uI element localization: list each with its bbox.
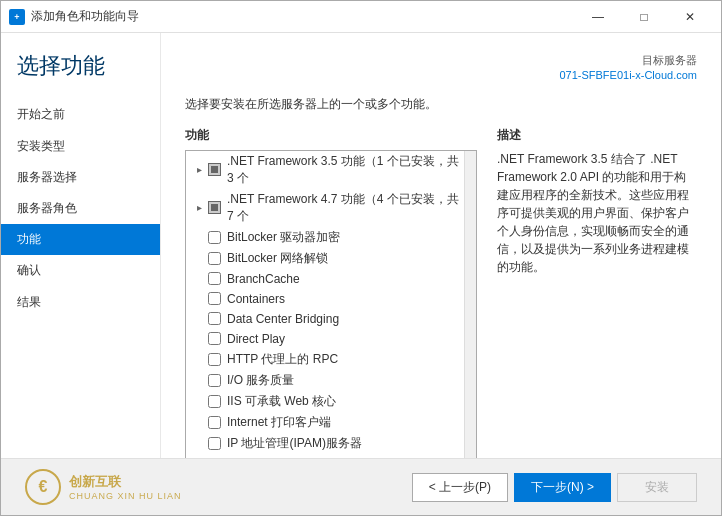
back-button[interactable]: < 上一步(P) (412, 473, 508, 502)
feature-item-dcb[interactable]: Data Center Bridging (186, 309, 464, 329)
sidebar-item-features[interactable]: 功能 (1, 224, 160, 255)
feature-item-bitlocker-net[interactable]: BitLocker 网络解锁 (186, 248, 464, 269)
feature-list: ▸ .NET Framework 3.5 功能（1 个已安装，共 3 个 ▸ .… (186, 151, 464, 458)
expand-icon-bitlocker-net (192, 253, 206, 264)
feature-name-direct-play: Direct Play (227, 332, 285, 346)
features-label: 功能 (185, 127, 477, 144)
page-description: 选择要安装在所选服务器上的一个或多个功能。 (185, 96, 697, 113)
main-content: 目标服务器 071-SFBFE01i-x-Cloud.com 选择要安装在所选服… (161, 33, 721, 458)
feature-name-bitlocker-drive: BitLocker 驱动器加密 (227, 229, 340, 246)
expand-icon-direct-play (192, 333, 206, 344)
sidebar-item-confirm[interactable]: 确认 (1, 255, 160, 286)
feature-name-branchcache: BranchCache (227, 272, 300, 286)
window-title: 添加角色和功能向导 (31, 8, 139, 25)
target-server-info: 目标服务器 071-SFBFE01i-x-Cloud.com (185, 53, 697, 84)
check-direct-play[interactable] (208, 332, 221, 345)
feature-name-containers: Containers (227, 292, 285, 306)
expand-icon-branchcache (192, 273, 206, 284)
expand-icon-dcb (192, 313, 206, 324)
scrollbar[interactable] (464, 151, 476, 458)
expand-icon-ipam (192, 438, 206, 449)
feature-item-containers[interactable]: Containers (186, 289, 464, 309)
watermark-line1: 创新互联 (69, 473, 182, 491)
window-controls: — □ ✕ (575, 1, 713, 33)
feature-item-dotnet47[interactable]: ▸ .NET Framework 4.7 功能（4 个已安装，共 7 个 (186, 189, 464, 227)
watermark-line2: CHUANG XIN HU LIAN (69, 491, 182, 501)
feature-item-direct-play[interactable]: Direct Play (186, 329, 464, 349)
feature-item-internet-print[interactable]: Internet 打印客户端 (186, 412, 464, 433)
feature-name-ipam: IP 地址管理(IPAM)服务器 (227, 435, 362, 452)
check-dcb[interactable] (208, 312, 221, 325)
feature-name-iis-core: IIS 可承载 Web 核心 (227, 393, 336, 410)
next-button[interactable]: 下一步(N) > (514, 473, 611, 502)
expand-icon-internet-print (192, 417, 206, 428)
footer-left: € 创新互联 CHUANG XIN HU LIAN (25, 469, 412, 505)
title-bar: + 添加角色和功能向导 — □ ✕ (1, 1, 721, 33)
watermark: € 创新互联 CHUANG XIN HU LIAN (25, 469, 412, 505)
feature-name-internet-print: Internet 打印客户端 (227, 414, 331, 431)
footer-buttons: < 上一步(P) 下一步(N) > 安装 (412, 473, 697, 502)
feature-item-io-quality[interactable]: I/O 服务质量 (186, 370, 464, 391)
feature-item-ipam[interactable]: IP 地址管理(IPAM)服务器 (186, 433, 464, 454)
watermark-text: 创新互联 CHUANG XIN HU LIAN (69, 473, 182, 501)
expand-icon-dotnet35: ▸ (192, 164, 206, 175)
expand-icon-io-quality (192, 375, 206, 386)
sidebar-item-server-select[interactable]: 服务器选择 (1, 162, 160, 193)
feature-name-io-quality: I/O 服务质量 (227, 372, 294, 389)
expand-icon-iis-core (192, 396, 206, 407)
check-dotnet47[interactable] (208, 201, 221, 214)
footer: € 创新互联 CHUANG XIN HU LIAN < 上一步(P) 下一步(N… (1, 458, 721, 515)
sidebar-item-before-start[interactable]: 开始之前 (1, 99, 160, 130)
two-columns: 功能 ▸ .NET Framework 3.5 功能（1 个已安装，共 3 个 (185, 127, 697, 458)
description-text: .NET Framework 3.5 结合了 .NET Framework 2.… (497, 150, 697, 276)
sidebar-header: 选择功能 (1, 53, 160, 99)
feature-item-iis-core[interactable]: IIS 可承载 Web 核心 (186, 391, 464, 412)
check-http-rpc[interactable] (208, 353, 221, 366)
sidebar-item-install-type[interactable]: 安装类型 (1, 131, 160, 162)
minimize-button[interactable]: — (575, 1, 621, 33)
feature-item-dotnet35[interactable]: ▸ .NET Framework 3.5 功能（1 个已安装，共 3 个 (186, 151, 464, 189)
feature-name-dcb: Data Center Bridging (227, 312, 339, 326)
sidebar: 选择功能 开始之前 安装类型 服务器选择 服务器角色 功能 确认 结果 (1, 33, 161, 458)
title-bar-left: + 添加角色和功能向导 (9, 8, 139, 25)
watermark-icon: € (25, 469, 61, 505)
description-panel: 描述 .NET Framework 3.5 结合了 .NET Framework… (497, 127, 697, 458)
feature-list-wrapper: ▸ .NET Framework 3.5 功能（1 个已安装，共 3 个 ▸ .… (185, 150, 477, 458)
feature-name-http-rpc: HTTP 代理上的 RPC (227, 351, 338, 368)
feature-item-http-rpc[interactable]: HTTP 代理上的 RPC (186, 349, 464, 370)
maximize-button[interactable]: □ (621, 1, 667, 33)
expand-icon-bitlocker-drive (192, 232, 206, 243)
feature-item-bitlocker-drive[interactable]: BitLocker 驱动器加密 (186, 227, 464, 248)
content-area: 选择功能 开始之前 安装类型 服务器选择 服务器角色 功能 确认 结果 目标服务… (1, 33, 721, 458)
check-bitlocker-net[interactable] (208, 252, 221, 265)
check-ipam[interactable] (208, 437, 221, 450)
app-icon: + (9, 9, 25, 25)
close-button[interactable]: ✕ (667, 1, 713, 33)
expand-icon-containers (192, 293, 206, 304)
feature-name-dotnet35: .NET Framework 3.5 功能（1 个已安装，共 3 个 (227, 153, 460, 187)
check-dotnet35[interactable] (208, 163, 221, 176)
check-bitlocker-drive[interactable] (208, 231, 221, 244)
feature-item-branchcache[interactable]: BranchCache (186, 269, 464, 289)
feature-name-bitlocker-net: BitLocker 网络解锁 (227, 250, 328, 267)
description-label: 描述 (497, 127, 697, 144)
feature-name-dotnet47: .NET Framework 4.7 功能（4 个已安装，共 7 个 (227, 191, 460, 225)
sidebar-item-results[interactable]: 结果 (1, 287, 160, 318)
check-iis-core[interactable] (208, 395, 221, 408)
check-io-quality[interactable] (208, 374, 221, 387)
sidebar-item-server-role[interactable]: 服务器角色 (1, 193, 160, 224)
check-containers[interactable] (208, 292, 221, 305)
target-server-name: 071-SFBFE01i-x-Cloud.com (559, 69, 697, 81)
expand-icon-http-rpc (192, 354, 206, 365)
expand-icon-dotnet47: ▸ (192, 202, 206, 213)
target-label: 目标服务器 (642, 54, 697, 66)
check-internet-print[interactable] (208, 416, 221, 429)
main-window: + 添加角色和功能向导 — □ ✕ 选择功能 开始之前 安装类型 服务器选择 服… (0, 0, 722, 516)
install-button: 安装 (617, 473, 697, 502)
check-branchcache[interactable] (208, 272, 221, 285)
features-panel: 功能 ▸ .NET Framework 3.5 功能（1 个已安装，共 3 个 (185, 127, 477, 458)
